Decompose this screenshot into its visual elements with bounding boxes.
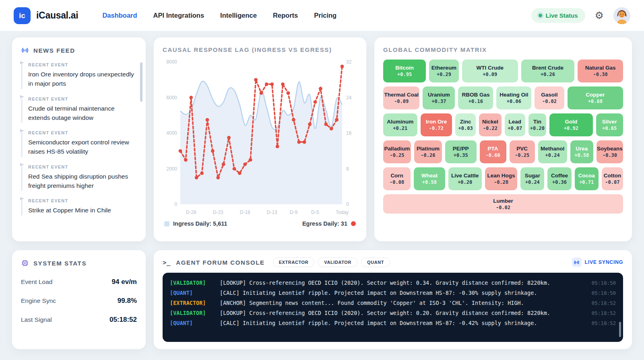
egress-point: [206, 118, 209, 121]
commodity-tile-zinc[interactable]: Zinc+0.03: [455, 113, 476, 136]
console-line: [QUANT][CALC] Initiating Leontief ripple…: [170, 288, 616, 298]
chart-header: CAUSAL RESPONSE LAG (INGRESS VS EGRESS): [163, 46, 357, 53]
egress-point: [314, 100, 317, 104]
commodity-tile-nickel[interactable]: Nickel-0.22: [479, 113, 502, 136]
commodity-score: -0.22: [483, 125, 497, 131]
egress-point: [319, 87, 322, 91]
commodity-name: Soybeans: [597, 146, 623, 152]
commodity-name: Ethereum: [431, 65, 456, 71]
commodity-score: +0.20: [530, 125, 545, 131]
live-status-dot-icon: [539, 14, 542, 17]
nav-item-pricing[interactable]: Pricing: [314, 12, 336, 19]
commodity-tile-palladium[interactable]: Palladium-0.25: [383, 140, 411, 163]
news-item[interactable]: RECENT EVENTRed Sea shipping disruption …: [21, 165, 137, 191]
agent-pill-quant[interactable]: QUANT: [361, 257, 390, 267]
commodity-tile-thermal-coal[interactable]: Thermal Coal-0.09: [383, 86, 419, 109]
commodity-tile-methanol[interactable]: Methanol+0.24: [538, 140, 567, 163]
commodity-tile-coffee[interactable]: Coffee+0.36: [547, 167, 571, 190]
stats-header: SYSTEM STATS: [21, 259, 137, 267]
commodity-score: +0.95: [397, 72, 412, 77]
avatar-image: [613, 7, 630, 24]
news-item[interactable]: RECENT EVENTIron Ore inventory drops une…: [21, 62, 137, 88]
commodity-tile-cotton[interactable]: Cotton-0.07: [602, 167, 623, 190]
commodity-tile-pta[interactable]: PTA-0.60: [480, 140, 506, 163]
avatar[interactable]: [613, 7, 630, 24]
news-item-label: RECENT EVENT: [28, 62, 137, 67]
agent-pill-validator[interactable]: VALIDATOR: [318, 257, 357, 267]
commodity-tile-lean-hogs[interactable]: Lean Hogs-0.28: [485, 167, 517, 190]
commodity-score: -0.09: [394, 99, 409, 104]
commodity-tile-silver[interactable]: Silver+0.65: [596, 113, 623, 136]
egress-point: [270, 82, 274, 86]
news-feed-title: NEWS FEED: [33, 47, 75, 54]
egress-point: [324, 123, 328, 126]
news-item[interactable]: RECENT EVENTSemiconductor export control…: [21, 130, 137, 156]
news-item-label: RECENT EVENT: [28, 130, 137, 135]
commodity-tile-gold[interactable]: Gold+0.92: [549, 113, 592, 136]
commodity-tile-wheat[interactable]: Wheat+0.58: [414, 167, 445, 190]
commodity-tile-wti-crude[interactable]: WTI Crude+0.09: [462, 60, 518, 82]
commodity-tile-iron-ore[interactable]: Iron Ore-0.72: [421, 113, 452, 136]
egress-point: [254, 78, 258, 82]
egress-point: [211, 149, 215, 153]
nav-item-api-integrations[interactable]: API Integrations: [153, 12, 204, 19]
console-line: [QUANT][CALC] Initiating Leontief ripple…: [170, 318, 616, 328]
news-item-text: Red Sea shipping disruption pushes freig…: [28, 172, 137, 191]
chip-icon: [21, 259, 29, 267]
matrix-row: Aluminum+0.21Iron Ore-0.72Zinc+0.03Nicke…: [383, 113, 623, 136]
agent-pill-extractor[interactable]: EXTRACTOR: [273, 257, 315, 267]
news-item[interactable]: RECENT EVENTStrike at Copper Mine in Chi…: [21, 198, 137, 215]
commodity-score: +0.16: [469, 99, 483, 104]
matrix-row: Palladium-0.25Platinum-0.26PE/PP+0.35PTA…: [383, 140, 623, 163]
commodity-tile-uranium[interactable]: Uranium+0.37: [423, 86, 455, 109]
egress-point: [292, 118, 295, 121]
commodity-tile-urea[interactable]: Urea+0.58: [570, 140, 593, 163]
commodity-tile-bitcoin[interactable]: Bitcoin+0.95: [383, 60, 426, 82]
commodity-name: Heating Oil: [500, 92, 528, 98]
commodity-tile-brent-crude[interactable]: Brent Crude+0.26: [521, 60, 574, 82]
commodity-name: Cotton: [604, 173, 621, 179]
console-line: [VALIDATOR][LOOKUP] Cross-referencing OE…: [170, 278, 616, 288]
news-list: RECENT EVENTIron Ore inventory drops une…: [21, 62, 137, 215]
commodity-name: Nickel: [482, 119, 498, 125]
news-scrollbar-thumb[interactable]: [140, 62, 142, 102]
nav-item-dashboard[interactable]: Dashboard: [102, 12, 137, 19]
commodity-tile-pvc[interactable]: PVC-0.25: [510, 140, 535, 163]
commodity-score: -0.28: [494, 179, 508, 185]
x-axis-tick: Today: [336, 210, 349, 215]
commodity-tile-corn[interactable]: Corn-0.08: [383, 167, 411, 190]
commodity-score: +0.03: [458, 125, 473, 131]
commodity-name: Copper: [586, 92, 605, 98]
commodity-tile-lumber[interactable]: Lumber-0.02: [383, 194, 623, 214]
commodity-tile-tin[interactable]: Tin+0.20: [528, 113, 547, 136]
nav-item-intelligence[interactable]: Intelligence: [220, 12, 257, 19]
nav-item-reports[interactable]: Reports: [273, 12, 298, 19]
live-syncing-button[interactable]: LIVE SYNCING: [572, 257, 623, 267]
terminal-scrollbar-thumb[interactable]: [619, 322, 621, 337]
gear-icon[interactable]: ⚙: [595, 10, 604, 21]
commodity-tile-soybeans[interactable]: Soybeans-0.30: [597, 140, 623, 163]
stat-label: Event Load: [21, 278, 52, 286]
egress-point: [276, 145, 279, 148]
commodity-name: Zinc: [460, 119, 471, 125]
commodity-tile-cocoa[interactable]: Cocoa+0.71: [575, 167, 599, 190]
commodity-tile-rbob-gas[interactable]: RBOB Gas+0.16: [458, 86, 493, 109]
commodity-tile-gasoil[interactable]: Gasoil-0.02: [535, 86, 564, 109]
commodity-tile-ethereum[interactable]: Ethereum+0.29: [429, 60, 459, 82]
right-axis-tick: 8: [346, 166, 349, 172]
commodity-score: +0.07: [508, 125, 522, 131]
egress-point: [227, 136, 231, 140]
commodity-tile-sugar[interactable]: Sugar+0.24: [520, 167, 544, 190]
commodity-tile-natural-gas[interactable]: Natural Gas-0.38: [578, 60, 623, 82]
commodity-tile-live-cattle[interactable]: Live Cattle+0.20: [448, 167, 482, 190]
commodity-tile-aluminum[interactable]: Aluminum+0.21: [383, 113, 417, 136]
commodity-tile-copper[interactable]: Copper+0.68: [568, 86, 623, 109]
news-item[interactable]: RECENT EVENTCrude oil terminal maintenan…: [21, 97, 137, 123]
news-item-text: Crude oil terminal maintenance extends o…: [28, 104, 137, 123]
stat-value: 99.8%: [118, 297, 137, 305]
commodity-tile-platinum[interactable]: Platinum-0.26: [414, 140, 442, 163]
commodity-tile-pe-pp[interactable]: PE/PP+0.35: [445, 140, 477, 163]
commodity-tile-heating-oil[interactable]: Heating Oil+0.06: [496, 86, 531, 109]
commodity-name: Aluminum: [387, 119, 413, 125]
commodity-tile-lead[interactable]: Lead+0.07: [505, 113, 525, 136]
